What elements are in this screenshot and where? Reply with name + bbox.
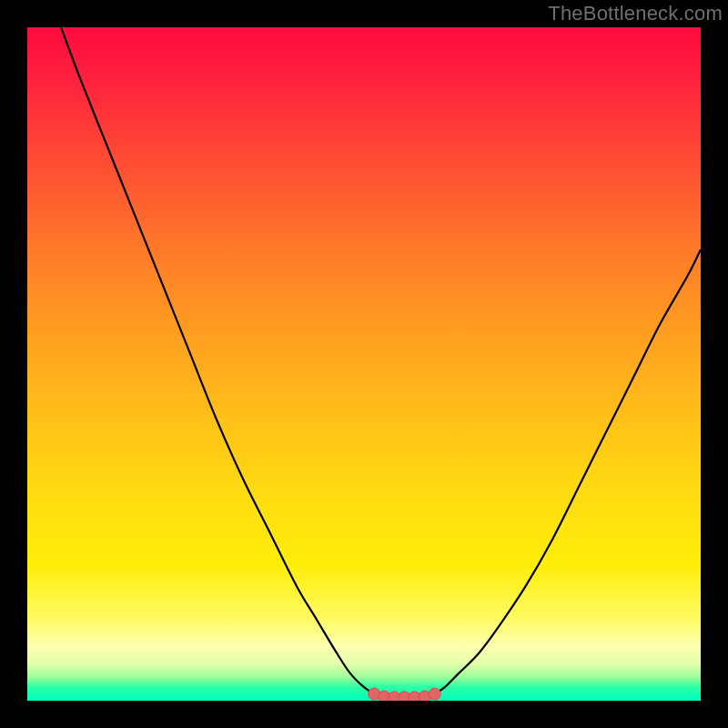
floor-marker — [429, 688, 440, 700]
curve-left — [61, 27, 374, 694]
floor-markers-group — [369, 688, 441, 701]
curve-right — [435, 249, 701, 693]
plot-area — [27, 27, 701, 701]
curve-svg — [27, 27, 701, 701]
chart-frame: TheBottleneck.com — [0, 0, 728, 728]
watermark-text: TheBottleneck.com — [548, 2, 723, 25]
